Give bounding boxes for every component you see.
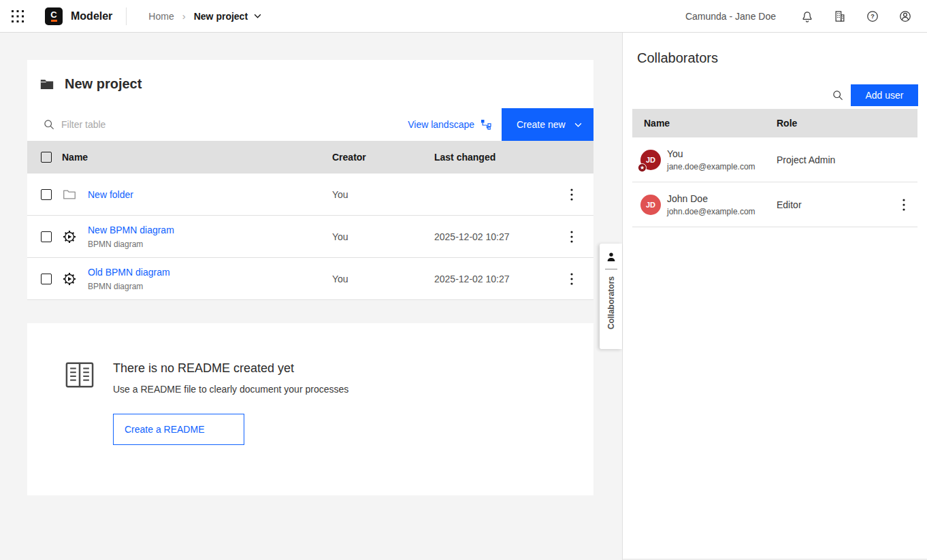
chevron-down-icon [574, 122, 582, 127]
tab-divider [605, 269, 617, 269]
item-last-changed: 2025-12-02 10:27 [434, 274, 550, 284]
folder-outline-icon [62, 187, 77, 202]
collaborator-email: john.doe@example.com [667, 207, 755, 216]
camunda-logo[interactable]: C [45, 7, 63, 25]
readme-empty-state: There is no README created yet Use a REA… [27, 323, 593, 495]
bpmn-diagram-icon [62, 229, 77, 244]
page-title: New project [65, 76, 142, 92]
breadcrumb: Home › New project [148, 10, 261, 22]
item-subtitle: BPMN diagram [88, 282, 170, 291]
item-name-link[interactable]: New folder [88, 189, 133, 200]
item-creator: You [332, 231, 434, 242]
collaborator-email: jane.doe@example.com [667, 162, 755, 171]
collaborator-row: JD ★ You jane.doe@example.com Project Ad… [632, 137, 917, 182]
view-landscape-link[interactable]: View landscape [408, 119, 491, 130]
account-avatar-icon [898, 10, 912, 23]
column-header-last-changed[interactable]: Last changed [434, 152, 550, 163]
help-icon: ? [866, 10, 879, 23]
card-gap [27, 300, 593, 323]
item-last-changed: 2025-12-02 10:27 [434, 231, 550, 242]
select-all-checkbox[interactable] [41, 152, 52, 163]
breadcrumb-home[interactable]: Home [148, 11, 174, 22]
project-card: New project View landscape [27, 60, 593, 495]
item-subtitle: BPMN diagram [88, 240, 174, 249]
create-readme-button[interactable]: Create a README [113, 414, 244, 445]
collaborators-toolbar: Add user [623, 84, 918, 106]
row-checkbox[interactable] [41, 231, 52, 242]
row-checkbox[interactable] [41, 189, 52, 200]
create-new-button[interactable]: Create new [502, 108, 593, 141]
avatar: JD [640, 195, 661, 215]
item-name-link[interactable]: Old BPMN diagram [88, 267, 170, 278]
row-checkbox[interactable] [41, 274, 52, 284]
nav-right-cluster: Camunda - Jane Doe [685, 5, 916, 27]
main-layout: New project View landscape [0, 33, 927, 560]
owner-star-badge: ★ [638, 163, 647, 172]
camunda-logo-underline [51, 20, 57, 22]
table-row: Old BPMN diagram BPMN diagram You 2025-1… [27, 258, 593, 300]
row-menu-button[interactable] [561, 268, 583, 290]
collaborators-header-row: Name Role [632, 109, 917, 137]
breadcrumb-separator-icon: › [182, 10, 186, 22]
collaborators-panel-tab[interactable]: Collaborators [600, 244, 622, 349]
collaborators-table: Name Role JD ★ You jane.doe@example.com … [632, 109, 917, 227]
row-menu-button[interactable] [561, 184, 583, 205]
item-name-link[interactable]: New BPMN diagram [88, 225, 174, 235]
avatar: JD ★ [640, 150, 661, 170]
filter-table-input[interactable] [61, 119, 408, 130]
column-header-creator[interactable]: Creator [332, 152, 434, 163]
project-title-row: New project [27, 60, 593, 108]
item-creator: You [332, 189, 434, 200]
app-switcher-button[interactable] [10, 8, 26, 24]
chevron-down-icon [254, 14, 261, 18]
landscape-tree-icon [481, 119, 491, 130]
add-user-button[interactable]: Add user [851, 84, 918, 106]
create-new-label: Create new [517, 119, 566, 130]
collaborators-search-button[interactable] [827, 84, 849, 106]
view-landscape-label: View landscape [408, 119, 474, 130]
table-row: New folder You [27, 174, 593, 216]
person-icon [606, 252, 617, 263]
readme-book-icon [65, 361, 94, 495]
nav-divider [126, 7, 127, 25]
search-icon [832, 90, 843, 101]
bell-icon [800, 10, 814, 23]
collaborators-title: Collaborators [637, 50, 927, 66]
project-area: New project View landscape [0, 33, 622, 560]
collaborator-role: Editor [777, 199, 890, 210]
account-button[interactable] [894, 5, 916, 27]
collaborators-panel: Collaborators Add user Name Role [622, 33, 927, 560]
breadcrumb-current-project[interactable]: New project [194, 11, 261, 22]
row-menu-button[interactable] [561, 226, 583, 248]
item-creator: You [332, 274, 434, 284]
search-icon [44, 119, 54, 130]
collaborator-name: You [667, 148, 755, 159]
folder-filled-icon [39, 77, 54, 92]
svg-text:?: ? [871, 13, 875, 20]
readme-empty-description: Use a README file to clearly document yo… [113, 384, 348, 395]
column-header-name: Name [632, 118, 777, 129]
table-header-row: Name Creator Last changed [27, 141, 593, 174]
avatar-initials: JD [640, 195, 661, 215]
collaborator-role: Project Admin [777, 154, 890, 165]
bpmn-diagram-icon [62, 271, 77, 286]
readme-empty-title: There is no README created yet [113, 361, 348, 376]
column-header-name[interactable]: Name [62, 152, 332, 163]
column-header-role: Role [777, 118, 917, 129]
table-row: New BPMN diagram BPMN diagram You 2025-1… [27, 216, 593, 258]
breadcrumb-current-label: New project [194, 11, 248, 22]
collaborators-tab-label: Collaborators [606, 276, 616, 329]
collaborator-row: JD John Doe john.doe@example.com Editor [632, 182, 917, 227]
building-icon [833, 10, 847, 23]
app-name: Modeler [71, 10, 112, 22]
camunda-logo-letter: C [50, 10, 56, 19]
collaborator-name: John Doe [667, 193, 755, 204]
collaborator-menu-button[interactable] [893, 194, 915, 216]
table-toolbar: View landscape Create new [27, 108, 593, 141]
project-table-panel: New project View landscape [27, 60, 593, 300]
account-org-label: Camunda - Jane Doe [685, 11, 776, 22]
top-navigation: C Modeler Home › New project Camunda - J… [0, 0, 927, 33]
help-button[interactable]: ? [862, 5, 883, 27]
notifications-button[interactable] [796, 5, 818, 27]
organization-button[interactable] [829, 5, 851, 27]
